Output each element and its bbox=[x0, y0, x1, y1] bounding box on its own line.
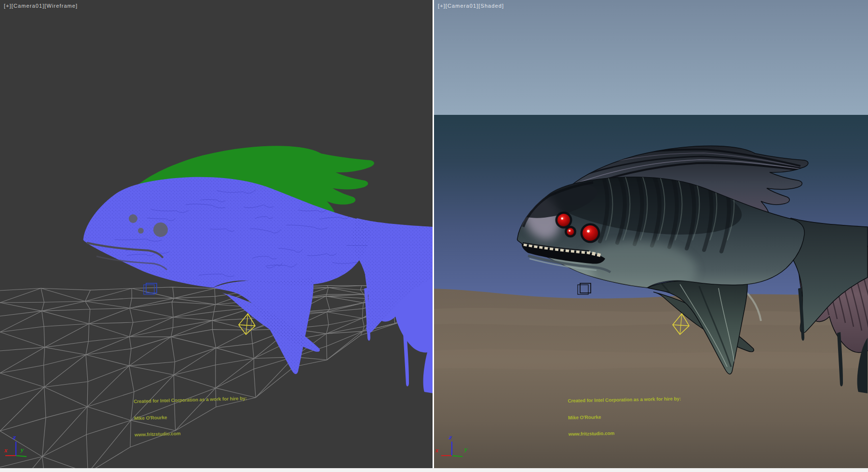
watermark-line-1: Created for Intel Corporation as a work … bbox=[568, 395, 712, 403]
axis-label-z: z bbox=[448, 435, 451, 440]
watermark-line-2: Mike O'Rourke bbox=[134, 411, 279, 421]
scene-watermark: Created for Intel Corporation as a work … bbox=[133, 384, 279, 449]
window-bottom-strip bbox=[0, 468, 868, 472]
viewport-label-shaded[interactable]: [+][Camera01][Shaded] bbox=[438, 3, 504, 9]
watermark-line-3: www.fritzstudio.com bbox=[135, 428, 279, 438]
max-viewport-split: [+][Camera01][Wireframe] Created for Int… bbox=[0, 0, 868, 472]
axis-label-y: y bbox=[464, 447, 467, 452]
viewport-label-wireframe[interactable]: [+][Camera01][Wireframe] bbox=[4, 3, 78, 9]
fish-eye bbox=[129, 214, 137, 223]
viewport-wireframe[interactable]: [+][Camera01][Wireframe] Created for Int… bbox=[0, 0, 433, 468]
viewport-shaded[interactable]: [+][Camera01][Shaded] Created for Intel … bbox=[434, 0, 868, 468]
watermark-line-1: Created for Intel Corporation as a work … bbox=[134, 395, 278, 404]
watermark-line-3: www.fritzstudio.com bbox=[569, 429, 713, 437]
fish-eye bbox=[138, 228, 144, 234]
axis-label-z: z bbox=[13, 435, 15, 440]
axis-label-x: x bbox=[4, 448, 7, 453]
fish-eye-red bbox=[583, 225, 598, 241]
watermark-line-2: Mike O'Rourke bbox=[568, 412, 713, 420]
scene-watermark: Created for Intel Corporation as a work … bbox=[568, 384, 713, 448]
axis-label-y: y bbox=[20, 447, 23, 453]
fish-eye bbox=[153, 222, 168, 237]
axis-label-x: x bbox=[435, 448, 438, 453]
fish-eye-red bbox=[557, 214, 570, 226]
fish-eye-red bbox=[567, 228, 574, 236]
sky-background bbox=[434, 0, 868, 116]
